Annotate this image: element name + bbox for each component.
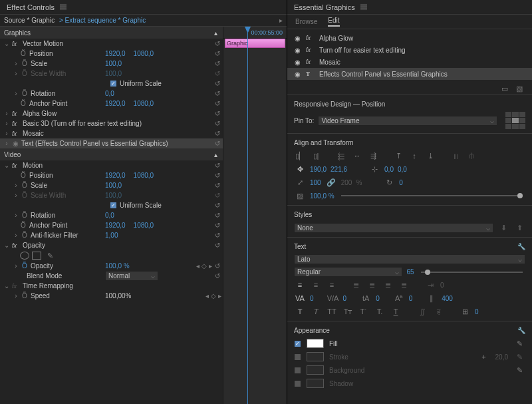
checkbox-uniform-scale[interactable]: ✓ (110, 202, 117, 209)
twirl-icon[interactable]: › (13, 182, 19, 189)
pos-x[interactable]: 190,0 (310, 166, 327, 173)
value-anchor[interactable]: 1920,01080,0 (105, 100, 154, 107)
reset-icon[interactable]: ↺ (213, 90, 221, 98)
eye-icon[interactable]: ◉ (293, 35, 302, 42)
stopwatch-icon[interactable]: Õ (21, 212, 28, 219)
reset-icon[interactable]: ↺ (213, 100, 221, 108)
faux-bold-icon[interactable]: T (294, 306, 306, 317)
stroke-color-swatch[interactable] (307, 352, 324, 361)
push-style-icon[interactable]: ⬇ (497, 222, 509, 233)
tab-browse[interactable]: Browse (295, 18, 317, 25)
layer-item[interactable]: ◉fxMosaic (287, 56, 532, 68)
value-rotation[interactable]: 0,0 (105, 90, 114, 97)
align-left-edge-icon[interactable]: ⬱ (335, 150, 347, 161)
align-left-icon[interactable]: ▯▏ (294, 150, 306, 161)
wrench-icon[interactable]: 🔧 (517, 243, 525, 250)
reset-icon[interactable]: ↺ (213, 120, 221, 128)
opacity-val[interactable]: 100,0 % (310, 192, 334, 200)
justify-right-icon[interactable]: ≣ (382, 280, 394, 290)
prop-motion-uniform[interactable]: ✓Uniform Scale↺ (0, 200, 223, 210)
twirl-icon[interactable]: ⌄ (4, 242, 9, 249)
font-select[interactable]: Lato (294, 254, 525, 264)
twirl-icon[interactable]: › (13, 90, 19, 97)
reset-icon[interactable]: ↺ (213, 50, 221, 58)
mask-ellipse-button[interactable] (20, 252, 29, 260)
anch-y[interactable]: 0,0 (398, 166, 407, 173)
tab-edit[interactable]: Edit (328, 17, 339, 27)
fx-row-mosaic[interactable]: ›fxMosaic↺ (0, 128, 223, 138)
twirl-icon[interactable]: › (13, 292, 19, 300)
stopwatch-icon[interactable]: Õ (21, 90, 28, 97)
justify-center-icon[interactable]: ≣ (366, 280, 378, 290)
eyedropper-icon[interactable]: ✎ (513, 351, 525, 362)
mini-timeline[interactable]: 00:00:55:00 Graphic (223, 27, 287, 404)
fx-badge-icon[interactable]: fx (12, 283, 20, 290)
prop-speed[interactable]: ›ÕSpeed100,00%◂ ◇ ▸ (0, 291, 223, 301)
smallcaps-icon[interactable]: Tᴛ (342, 306, 354, 317)
prop-motion-position[interactable]: ÕPosition1920,01080,0↺ (0, 170, 223, 180)
reset-icon[interactable]: ↺ (213, 272, 221, 280)
font-size[interactable]: 65 (406, 268, 414, 276)
reset-icon[interactable]: ↺ (213, 212, 221, 220)
checkbox-fill[interactable]: ✓ (294, 340, 301, 347)
justify-all-icon[interactable]: ≣ (398, 280, 410, 290)
value-scale[interactable]: 100,0 (105, 60, 122, 67)
underline-icon[interactable]: T (390, 306, 402, 317)
eyedropper-icon[interactable]: ✎ (513, 338, 525, 349)
video-header[interactable]: Video ▴ (0, 148, 223, 160)
reset-icon[interactable]: ↺ (213, 140, 221, 148)
anchor-icon[interactable]: ⊹ (368, 164, 380, 174)
eye-icon[interactable]: ◉ (293, 47, 302, 54)
tsume2-icon[interactable]: ⊞ (459, 306, 471, 317)
twirl-icon[interactable]: ⌄ (4, 282, 9, 290)
wrench-icon[interactable]: 🔧 (517, 327, 525, 334)
superscript-icon[interactable]: T˙ (358, 306, 370, 317)
prop-anchor-point[interactable]: Õ Anchor Point 1920,01080,0 ↺ (0, 99, 223, 108)
keyframe-nav[interactable]: ◂ ◇ ▸ (205, 292, 221, 300)
prop-scale[interactable]: ›Õ Scale 100,0 ↺ (0, 59, 223, 69)
shadow-color-swatch[interactable] (307, 379, 324, 388)
distribute-v-icon[interactable]: ⫛ (466, 150, 477, 161)
checkbox-background[interactable] (294, 367, 301, 374)
twirl-icon[interactable]: › (13, 262, 19, 270)
pos-y[interactable]: 221,6 (331, 166, 347, 173)
checkbox-uniform-scale[interactable]: ✓ (110, 80, 117, 87)
tsume-icon[interactable]: ∥ (426, 293, 438, 303)
timeline-ruler[interactable]: 00:00:55:00 (223, 27, 287, 39)
reset-icon[interactable]: ↺ (213, 262, 221, 270)
add-stroke-icon[interactable]: + (478, 351, 490, 362)
fill-color-swatch[interactable] (307, 339, 324, 348)
new-layer-icon[interactable]: ▧ (513, 83, 525, 94)
checkbox-stroke[interactable] (294, 353, 301, 361)
anch-x[interactable]: 0,0 (384, 166, 394, 173)
fx-badge-icon[interactable]: fx (12, 162, 20, 169)
new-group-icon[interactable]: ▭ (499, 83, 511, 94)
link-icon[interactable]: 🔗 (325, 177, 337, 188)
fx-badge-icon[interactable]: fx (12, 41, 20, 47)
faux-italic-icon[interactable]: T (310, 306, 322, 317)
stopwatch-icon[interactable]: Õ (20, 222, 27, 229)
graphics-header[interactable]: Graphics ▴ (0, 27, 223, 39)
layer-item[interactable]: ◉TEffects Control Panel vs Essential Gra… (287, 68, 532, 80)
blend-mode-select[interactable]: Normal (105, 271, 158, 281)
panel-menu-icon[interactable] (360, 5, 367, 9)
fx-row-motion[interactable]: ⌄ fx Motion ↺ (0, 160, 223, 170)
kerning-icon[interactable]: VA (294, 293, 306, 303)
align-center-h-icon[interactable]: ▯| (310, 150, 322, 161)
checkbox-shadow[interactable] (294, 380, 301, 387)
reset-icon[interactable]: ↺ (213, 232, 221, 240)
tracking-icon[interactable]: V/A (327, 293, 339, 303)
fx-row-basic3d[interactable]: ›fxBasic 3D (Turn off for easier text ed… (0, 118, 223, 128)
playhead-icon[interactable] (247, 27, 248, 404)
bg-color-swatch[interactable] (307, 365, 324, 375)
sequence-label[interactable]: > Extract sequence * Graphic (57, 17, 146, 24)
prop-blend-mode[interactable]: Blend ModeNormal↺ (0, 271, 223, 281)
align-center-icon[interactable]: ↔ (351, 150, 363, 161)
rot-val[interactable]: 0 (399, 179, 403, 186)
twirl-icon[interactable]: › (4, 120, 9, 127)
scale-val[interactable]: 100 (310, 179, 321, 186)
pin-to-select[interactable]: Video Frame (318, 116, 497, 126)
prop-antiflicker[interactable]: ›ÕAnti-flicker Filter1,00↺ (0, 230, 223, 240)
baseline-icon[interactable]: Aª (393, 293, 405, 303)
fx-badge-icon[interactable]: fx (12, 130, 20, 137)
